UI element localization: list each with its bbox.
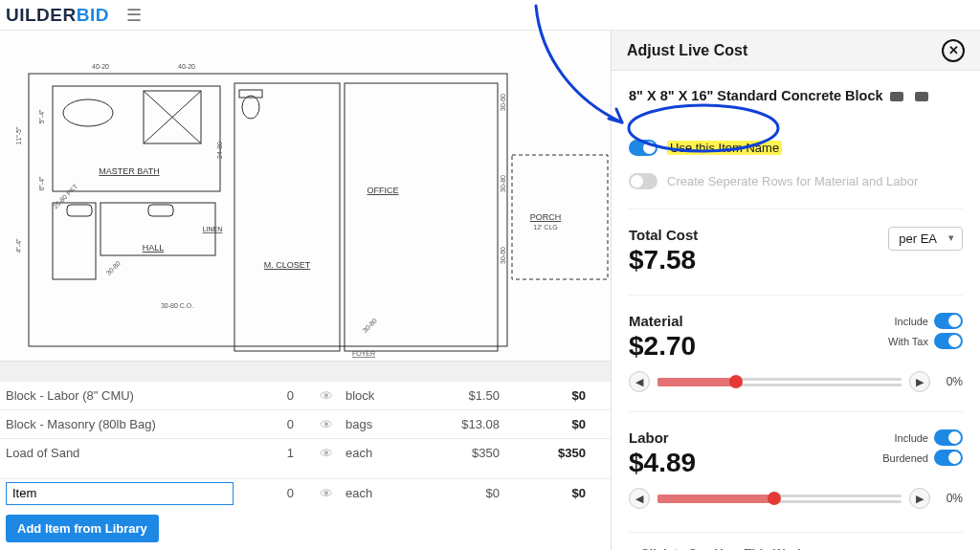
left-column: MASTER BATH HALL LINEN OFFICE M. CLOSET … (0, 31, 611, 550)
label-office: OFFICE (368, 186, 399, 195)
close-icon[interactable]: ✕ (942, 39, 965, 62)
item-name: 8" X 8" X 16" Standard Concrete Block (629, 88, 900, 103)
label-porch-note: 12' CLG (533, 224, 557, 231)
label-mcloset: M. CLOSET (264, 260, 311, 270)
increase-icon[interactable]: ▶ (909, 371, 930, 392)
concrete-block-icon (909, 88, 963, 122)
total-cost-label: Total Cost (629, 227, 698, 243)
cost-row[interactable]: Load of Sand 1 👁 each $350 $350 (0, 438, 611, 467)
svg-rect-2 (234, 83, 340, 351)
svg-text:24-80: 24-80 (216, 142, 223, 159)
row-rate: $1.50 (427, 388, 513, 403)
toggle-switch[interactable] (629, 173, 657, 189)
unit-select[interactable]: per EA (888, 227, 963, 251)
material-include-toggle[interactable]: Include (895, 313, 963, 329)
visibility-icon[interactable]: 👁 (307, 486, 345, 501)
increase-icon[interactable]: ▶ (909, 488, 930, 509)
row-unit: block (345, 388, 427, 403)
total-cost-block: Total Cost $7.58 per EA (629, 209, 963, 275)
visibility-icon[interactable]: 👁 (307, 446, 345, 461)
svg-point-11 (242, 96, 259, 119)
svg-text:5"-4": 5"-4" (38, 109, 45, 124)
svg-rect-3 (345, 83, 498, 351)
svg-text:40-20: 40-20 (178, 63, 195, 70)
svg-text:40-20: 40-20 (92, 63, 109, 70)
cost-row[interactable]: Block - Labor (8" CMU) 0 👁 block $1.50 $… (0, 381, 611, 409)
labor-pct: 0% (938, 492, 963, 505)
svg-rect-13 (67, 205, 92, 216)
row-amt: $0 (513, 388, 599, 403)
brand-bid: BID (77, 5, 109, 25)
svg-point-7 (63, 99, 113, 126)
svg-text:11"-5": 11"-5" (15, 126, 22, 144)
label-hall: HALL (143, 243, 165, 253)
explainer-link[interactable]: + Click to See How This Works: (629, 532, 963, 550)
svg-rect-6 (53, 203, 96, 279)
material-pct: 0% (938, 375, 963, 388)
visibility-icon[interactable]: 👁 (307, 417, 345, 432)
decrease-icon[interactable]: ◀ (629, 488, 650, 509)
hamburger-menu-icon[interactable]: ☰ (126, 5, 142, 26)
floorplan-viewport[interactable]: MASTER BATH HALL LINEN OFFICE M. CLOSET … (0, 31, 611, 361)
svg-text:30-80: 30-80 (361, 317, 378, 334)
floorplan-svg: MASTER BATH HALL LINEN OFFICE M. CLOSET … (0, 31, 611, 361)
toggle-label: Create Seperate Rows for Material and La… (667, 174, 918, 188)
toggle-switch[interactable] (629, 140, 657, 156)
material-withtax-toggle[interactable]: With Tax (888, 333, 963, 349)
material-slider[interactable]: ◀ ▶ 0% (629, 371, 963, 392)
toggle-switch[interactable] (934, 333, 963, 349)
row-name: Load of Sand (6, 446, 250, 460)
svg-text:30-60: 30-60 (500, 247, 506, 264)
brand-logo: UILDERBID (6, 5, 109, 26)
panel-title: Adjust Live Cost (627, 42, 747, 59)
svg-text:30-80 C.O.: 30-80 C.O. (161, 302, 193, 309)
labor-slider[interactable]: ◀ ▶ 0% (629, 488, 963, 509)
brand-pre: UILDER (6, 5, 77, 25)
labor-include-toggle[interactable]: Include (895, 429, 963, 446)
total-cost-value: $7.58 (629, 245, 698, 275)
toggle-use-item-name[interactable]: Use this Item Name (629, 140, 963, 156)
cost-row-new: 0 👁 each $0 $0 (0, 478, 611, 507)
svg-text:6"-4": 6"-4" (38, 176, 45, 191)
svg-rect-14 (148, 205, 173, 216)
adjust-live-cost-panel: Adjust Live Cost ✕ 8" X 8" X 16" Standar… (611, 31, 980, 550)
toggle-switch[interactable] (934, 313, 963, 329)
decrease-icon[interactable]: ◀ (629, 371, 650, 392)
material-cost-block: Material $2.70 Include With Tax (629, 295, 963, 362)
row-qty: 0 (250, 388, 307, 403)
toggle-split-rows[interactable]: Create Seperate Rows for Material and La… (629, 173, 963, 189)
top-bar: UILDERBID ☰ (0, 0, 980, 31)
labor-label: Labor (629, 429, 696, 446)
panel-header: Adjust Live Cost ✕ (612, 31, 980, 71)
svg-text:4"-4": 4"-4" (15, 238, 22, 253)
labor-value: $4.89 (629, 448, 696, 478)
add-item-from-library-button[interactable]: Add Item from Library (6, 515, 159, 542)
cost-table-header (0, 361, 611, 381)
svg-text:FOYER: FOYER (352, 350, 375, 357)
cost-table: Block - Labor (8" CMU) 0 👁 block $1.50 $… (0, 381, 611, 550)
toggle-switch[interactable] (934, 429, 963, 446)
material-label: Material (629, 313, 696, 329)
labor-burdened-toggle[interactable]: Burdened (882, 450, 963, 466)
svg-text:25-80 PKT: 25-80 PKT (52, 182, 79, 209)
svg-text:30-80: 30-80 (500, 175, 506, 192)
labor-cost-block: Labor $4.89 Include Burdened (629, 411, 963, 478)
material-value: $2.70 (629, 331, 696, 362)
svg-text:30-60: 30-60 (500, 94, 506, 111)
label-master-bath: MASTER BATH (99, 166, 159, 176)
toggle-label: Use this Item Name (667, 141, 782, 155)
row-name: Block - Masonry (80lb Bag) (6, 417, 250, 431)
svg-rect-12 (239, 90, 262, 98)
item-name-input[interactable] (6, 482, 234, 505)
toggle-switch[interactable] (934, 450, 963, 466)
cost-row[interactable]: Block - Masonry (80lb Bag) 0 👁 bags $13.… (0, 409, 611, 438)
svg-text:30-80: 30-80 (104, 259, 122, 276)
row-name: Block - Labor (8" CMU) (6, 388, 250, 403)
label-linen: LINEN (203, 226, 223, 232)
visibility-icon[interactable]: 👁 (307, 388, 345, 404)
label-porch: PORCH (530, 212, 562, 222)
